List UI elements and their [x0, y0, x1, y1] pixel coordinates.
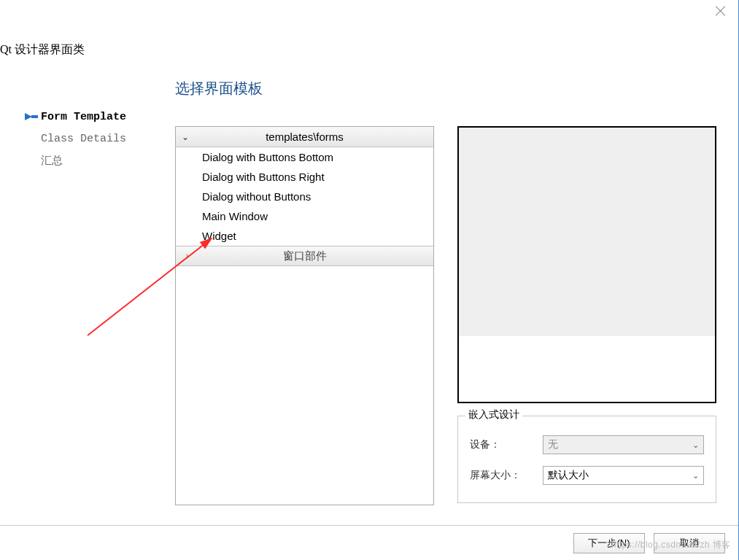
cancel-button[interactable]: 取消 [654, 533, 725, 553]
sidebar-item-label: Class Details [41, 133, 126, 145]
device-combo-value: 无 [548, 438, 558, 451]
chevron-down-icon: ⌄ [692, 440, 699, 450]
svg-rect-1 [31, 115, 38, 118]
sidebar-item-class-details[interactable]: Class Details [23, 128, 155, 149]
screen-row: 屏幕大小： 默认大小 ⌄ [470, 466, 704, 485]
tree-group-templates-forms[interactable]: ⌄ templates\forms [176, 127, 433, 147]
dialog-footer: 下一步(N) 取消 [0, 525, 738, 560]
preview-panel [457, 126, 716, 403]
sidebar-item-form-template[interactable]: Form Template [23, 106, 155, 128]
close-icon[interactable] [715, 6, 725, 16]
template-item-main-window[interactable]: Main Window [176, 206, 433, 226]
tree-group-label: templates\forms [195, 131, 433, 143]
sidebar-item-label: 汇总 [41, 154, 63, 168]
device-label: 设备： [470, 438, 543, 451]
device-row: 设备： 无 ⌄ [470, 435, 704, 454]
chevron-right-icon: ⌄ [180, 246, 190, 265]
tree-group-label: 窗口部件 [195, 249, 433, 263]
dialog-window: Qt 设计器界面类 Form Template Class Details 汇总… [0, 0, 739, 560]
chevron-down-icon: ⌄ [176, 132, 195, 142]
screen-size-combo-value: 默认大小 [548, 469, 589, 482]
dialog-title: Qt 设计器界面类 [0, 42, 85, 58]
sidebar-item-label: Form Template [41, 111, 126, 123]
svg-marker-0 [25, 113, 32, 120]
template-item-dialog-buttons-right[interactable]: Dialog with Buttons Right [176, 167, 433, 187]
section-title: 选择界面模板 [175, 79, 263, 98]
template-item-dialog-without-buttons[interactable]: Dialog without Buttons [176, 187, 433, 206]
screen-size-combo[interactable]: 默认大小 ⌄ [543, 466, 704, 485]
embed-group-title: 嵌入式设计 [465, 408, 522, 421]
template-item-widget[interactable]: Widget [176, 226, 433, 246]
next-button[interactable]: 下一步(N) [573, 533, 645, 553]
template-tree: ⌄ templates\forms Dialog with Buttons Bo… [175, 126, 434, 505]
template-item-dialog-buttons-bottom[interactable]: Dialog with Buttons Bottom [176, 147, 433, 167]
wizard-sidebar: Form Template Class Details 汇总 [23, 106, 155, 171]
tree-group-window-widgets[interactable]: ⌄ 窗口部件 [176, 246, 433, 266]
arrow-right-icon [23, 112, 38, 122]
chevron-down-icon: ⌄ [692, 471, 699, 481]
preview-strip [459, 336, 715, 402]
device-combo: 无 ⌄ [543, 435, 704, 454]
sidebar-item-summary[interactable]: 汇总 [23, 149, 155, 171]
screen-size-label: 屏幕大小： [470, 469, 543, 482]
embed-design-group: 嵌入式设计 设备： 无 ⌄ 屏幕大小： 默认大小 ⌄ [457, 416, 716, 503]
